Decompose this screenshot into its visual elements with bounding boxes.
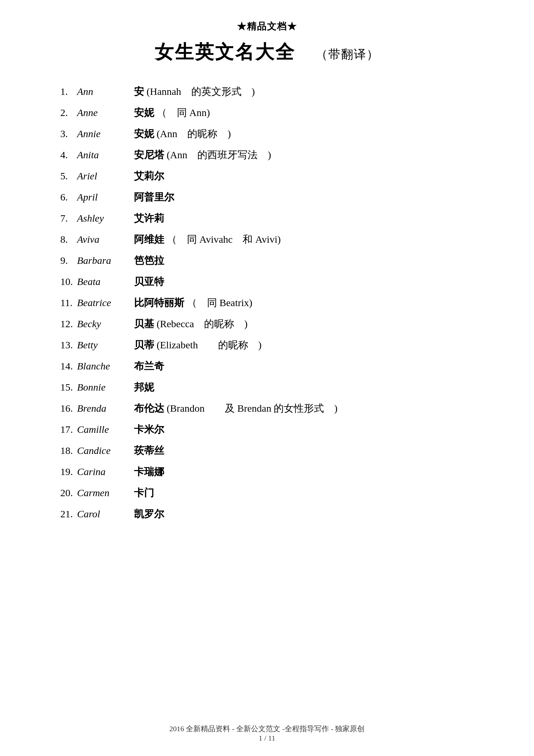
item-chinese: 比阿特丽斯: [134, 297, 184, 308]
list-item: 11.Beatrice 比阿特丽斯 （ 同 Beatrix): [54, 293, 480, 312]
item-chinese: 凯罗尔: [134, 508, 164, 519]
list-item: 17.Camille 卡米尔: [54, 420, 480, 439]
main-title: 女生英文名大全 （带翻译）: [54, 40, 480, 65]
item-number: 13.: [60, 335, 77, 354]
item-chinese: 笆笆拉: [134, 255, 164, 266]
item-english: Ashley: [77, 209, 124, 228]
item-chinese: 卡瑞娜: [134, 466, 164, 477]
item-chinese: 卡门: [134, 487, 154, 498]
list-item: 14.Blanche 布兰奇: [54, 356, 480, 375]
item-english: Carol: [77, 504, 124, 523]
item-number: 1.: [60, 82, 77, 101]
item-english: Carmen: [77, 483, 124, 502]
item-number: 11.: [60, 293, 77, 312]
footer-line2: 1 / 11: [0, 734, 534, 743]
list-item: 4.Anita 安尼塔 (Ann 的西班牙写法 ): [54, 145, 480, 164]
item-english: Beatrice: [77, 293, 124, 312]
list-item: 7.Ashley 艾许莉: [54, 209, 480, 228]
item-chinese: 邦妮: [134, 382, 154, 393]
list-item: 16.Brenda 布伦达 (Brandon 及 Brendan 的女性形式 ): [54, 399, 480, 418]
item-english: Brenda: [77, 399, 124, 418]
item-number: 15.: [60, 377, 77, 397]
item-english: Annie: [77, 124, 124, 143]
item-number: 3.: [60, 124, 77, 143]
item-chinese: 布兰奇: [134, 360, 164, 371]
list-item: 9.Barbara 笆笆拉: [54, 251, 480, 270]
item-english: Carina: [77, 462, 124, 481]
list-item: 10.Beata 贝亚特: [54, 272, 480, 291]
item-number: 12.: [60, 314, 77, 333]
item-note: （ 同 Avivahc 和 Avivi): [164, 234, 281, 245]
item-english: Candice: [77, 441, 124, 460]
list-item: 12.Becky 贝基 (Rebecca 的昵称 ): [54, 314, 480, 333]
item-english: Blanche: [77, 356, 124, 375]
item-note: (Ann 的昵称 ): [154, 128, 231, 139]
item-english: Anita: [77, 145, 124, 164]
item-chinese: 安: [134, 86, 144, 97]
item-chinese: 艾许莉: [134, 213, 164, 224]
item-note: (Elizabeth 的昵称 ): [154, 339, 262, 350]
item-number: 10.: [60, 272, 77, 291]
item-number: 6.: [60, 187, 77, 207]
footer: 2016 全新精品资料 - 全新公文范文 -全程指导写作 - 独家原创 1 / …: [0, 724, 534, 743]
item-number: 21.: [60, 504, 77, 523]
name-list: 1.Ann 安 (Hannah 的英文形式 )2.Anne 安妮 （ 同 Ann…: [54, 82, 480, 523]
item-number: 19.: [60, 462, 77, 481]
item-note: (Ann 的西班牙写法 ): [164, 149, 271, 160]
item-number: 9.: [60, 251, 77, 270]
item-english: Becky: [77, 314, 124, 333]
item-note: (Rebecca 的昵称 ): [154, 318, 248, 329]
item-number: 4.: [60, 145, 77, 164]
item-note: (Hannah 的英文形式 ): [144, 86, 255, 97]
item-number: 18.: [60, 441, 77, 460]
item-number: 20.: [60, 483, 77, 502]
list-item: 18.Candice 莰蒂丝: [54, 441, 480, 460]
item-number: 5.: [60, 166, 77, 185]
item-chinese: 安妮: [134, 107, 154, 118]
item-chinese: 阿普里尔: [134, 191, 174, 202]
item-english: April: [77, 187, 124, 207]
item-number: 17.: [60, 420, 77, 439]
item-chinese: 艾莉尔: [134, 170, 164, 181]
item-number: 2.: [60, 103, 77, 122]
item-note: (Brandon 及 Brendan 的女性形式 ): [164, 403, 337, 414]
list-item: 21.Carol 凯罗尔: [54, 504, 480, 523]
item-chinese: 贝蒂: [134, 339, 154, 350]
item-chinese: 贝基: [134, 318, 154, 329]
item-english: Barbara: [77, 251, 124, 270]
list-item: 20.Carmen 卡门: [54, 483, 480, 502]
list-item: 15.Bonnie 邦妮: [54, 377, 480, 397]
item-number: 7.: [60, 209, 77, 228]
item-number: 16.: [60, 399, 77, 418]
item-chinese: 莰蒂丝: [134, 445, 164, 456]
item-chinese: 贝亚特: [134, 276, 164, 287]
list-item: 5.Ariel 艾莉尔: [54, 166, 480, 185]
item-english: Beata: [77, 272, 124, 291]
list-item: 3.Annie 安妮 (Ann 的昵称 ): [54, 124, 480, 143]
list-item: 1.Ann 安 (Hannah 的英文形式 ): [54, 82, 480, 101]
list-item: 2.Anne 安妮 （ 同 Ann): [54, 103, 480, 122]
footer-line1: 2016 全新精品资料 - 全新公文范文 -全程指导写作 - 独家原创: [0, 724, 534, 734]
item-chinese: 阿维娃: [134, 234, 164, 245]
list-item: 6.April 阿普里尔: [54, 187, 480, 207]
item-english: Ann: [77, 82, 124, 101]
item-chinese: 安妮: [134, 128, 154, 139]
item-chinese: 卡米尔: [134, 424, 164, 435]
watermark: ★精品文档★: [54, 20, 480, 33]
item-chinese: 安尼塔: [134, 149, 164, 160]
item-number: 8.: [60, 230, 77, 249]
item-english: Anne: [77, 103, 124, 122]
list-item: 8.Aviva 阿维娃 （ 同 Avivahc 和 Avivi): [54, 230, 480, 249]
item-note: （ 同 Beatrix): [184, 297, 252, 308]
item-number: 14.: [60, 356, 77, 375]
list-item: 13.Betty 贝蒂 (Elizabeth 的昵称 ): [54, 335, 480, 354]
item-english: Aviva: [77, 230, 124, 249]
item-chinese: 布伦达: [134, 403, 164, 414]
item-english: Betty: [77, 335, 124, 354]
item-english: Bonnie: [77, 377, 124, 397]
item-english: Camille: [77, 420, 124, 439]
list-item: 19.Carina 卡瑞娜: [54, 462, 480, 481]
item-note: （ 同 Ann): [154, 107, 210, 118]
item-english: Ariel: [77, 166, 124, 185]
